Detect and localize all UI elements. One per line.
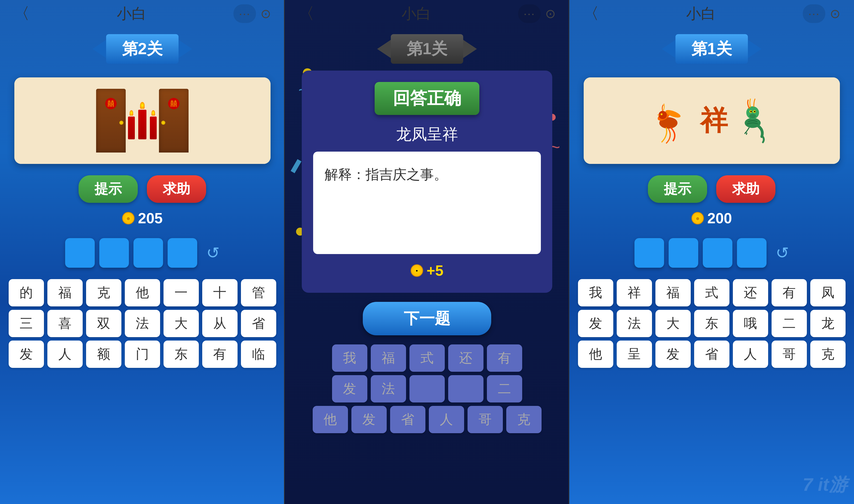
answer-box-3a[interactable] bbox=[635, 238, 664, 268]
keyboard-2: 我 福 式 还 有 发 法 二 他 发 省 人 哥 克 bbox=[285, 340, 569, 504]
key-临[interactable]: 临 bbox=[241, 341, 276, 368]
answer-box-1a[interactable] bbox=[65, 238, 95, 268]
correct-banner: 回答正确 bbox=[375, 82, 479, 115]
key-三[interactable]: 三 bbox=[8, 310, 44, 337]
key-发3[interactable]: 发 bbox=[578, 310, 613, 337]
key-克[interactable]: 克 bbox=[86, 279, 121, 306]
action-buttons-1: 提示 求助 bbox=[78, 175, 206, 203]
key-大3[interactable]: 大 bbox=[655, 310, 691, 337]
next-button[interactable]: 下一题 bbox=[363, 302, 491, 335]
key-哦3[interactable]: 哦 bbox=[733, 310, 768, 337]
key-人3[interactable]: 人 bbox=[733, 341, 768, 368]
back-button-2[interactable]: 〈 bbox=[298, 3, 314, 24]
key-row-3-2: 发 法 大 东 哦 二 龙 bbox=[576, 310, 847, 337]
menu-dots-2[interactable]: ··· bbox=[518, 4, 541, 23]
explanation-text: 解释：指吉庆之事。 bbox=[324, 163, 530, 186]
svg-point-12 bbox=[754, 111, 755, 112]
key-一[interactable]: 一 bbox=[163, 279, 199, 306]
answer-box-1d[interactable] bbox=[167, 238, 197, 268]
svg-point-11 bbox=[750, 111, 752, 112]
key-省3[interactable]: 省 bbox=[694, 341, 729, 368]
back-button-3[interactable]: 〈 bbox=[583, 3, 599, 24]
help-button-1[interactable]: 求助 bbox=[147, 175, 206, 203]
key-凤3[interactable]: 凤 bbox=[810, 279, 846, 306]
target-icon-3[interactable]: ⊙ bbox=[830, 6, 840, 21]
keyboard-1: 的 福 克 他 一 十 管 三 喜 双 法 大 从 省 发 人 额 门 东 有 … bbox=[0, 274, 285, 504]
key-门[interactable]: 门 bbox=[125, 341, 160, 368]
coin-icon-1: ● bbox=[122, 212, 135, 224]
key-额[interactable]: 额 bbox=[86, 341, 121, 368]
refresh-icon-3[interactable]: ↺ bbox=[776, 244, 789, 262]
menu-dots-1[interactable]: ··· bbox=[233, 4, 256, 23]
key-呈3[interactable]: 呈 bbox=[617, 341, 652, 368]
dark-key-哥: 哥 bbox=[467, 406, 503, 433]
hint-button-1[interactable]: 提示 bbox=[78, 175, 138, 203]
door-decoration-right: 囍 bbox=[168, 98, 179, 109]
key-式3[interactable]: 式 bbox=[694, 279, 729, 306]
key-他3[interactable]: 他 bbox=[578, 341, 613, 368]
door-right: 囍 bbox=[159, 89, 189, 152]
top-icons-3: ··· ⊙ bbox=[803, 4, 840, 23]
key-东[interactable]: 东 bbox=[163, 341, 199, 368]
answer-box-1b[interactable] bbox=[99, 238, 129, 268]
answer-box-3d[interactable] bbox=[737, 238, 767, 268]
key-克3[interactable]: 克 bbox=[810, 341, 846, 368]
key-十[interactable]: 十 bbox=[202, 279, 237, 306]
key-row-1-1: 的 福 克 他 一 十 管 bbox=[7, 279, 278, 306]
key-管[interactable]: 管 bbox=[241, 279, 276, 306]
key-人[interactable]: 人 bbox=[47, 341, 83, 368]
knob-right bbox=[161, 121, 165, 125]
key-有3[interactable]: 有 bbox=[771, 279, 807, 306]
target-icon-2[interactable]: ⊙ bbox=[545, 6, 556, 21]
key-发3b[interactable]: 发 bbox=[655, 341, 691, 368]
candle-large bbox=[138, 102, 146, 139]
key-福3[interactable]: 福 bbox=[655, 279, 691, 306]
flame-1 bbox=[129, 110, 133, 116]
key-有[interactable]: 有 bbox=[202, 341, 237, 368]
svg-point-8 bbox=[749, 114, 756, 119]
page-title-1: 小白 bbox=[117, 4, 146, 24]
key-发[interactable]: 发 bbox=[8, 341, 44, 368]
key-的[interactable]: 的 bbox=[8, 279, 44, 306]
key-祥3[interactable]: 祥 bbox=[617, 279, 652, 306]
wedding-scene: 囍 囍 bbox=[14, 77, 270, 164]
key-还3[interactable]: 还 bbox=[733, 279, 768, 306]
coin-display-3: ● 200 bbox=[691, 210, 732, 227]
key-我3[interactable]: 我 bbox=[578, 279, 613, 306]
page-title-2: 小白 bbox=[402, 4, 431, 24]
explanation-card: 解释：指吉庆之事。 bbox=[313, 151, 541, 254]
key-龙3[interactable]: 龙 bbox=[810, 310, 846, 337]
key-省[interactable]: 省 bbox=[241, 310, 276, 337]
dark-key-福2: 福 bbox=[371, 344, 406, 372]
key-他[interactable]: 他 bbox=[125, 279, 160, 306]
wing-right-1 bbox=[179, 40, 192, 58]
wing-left-1 bbox=[92, 40, 106, 58]
key-东3[interactable]: 东 bbox=[694, 310, 729, 337]
answer-box-1c[interactable] bbox=[134, 238, 163, 268]
answer-box-3c[interactable] bbox=[703, 238, 732, 268]
hint-button-3[interactable]: 提示 bbox=[648, 175, 707, 203]
key-福[interactable]: 福 bbox=[47, 279, 83, 306]
coin-amount-1: 205 bbox=[138, 210, 163, 227]
reward-row: ● +5 bbox=[411, 262, 443, 279]
key-大[interactable]: 大 bbox=[163, 310, 199, 337]
candle-small-left bbox=[128, 110, 135, 139]
key-双[interactable]: 双 bbox=[86, 310, 121, 337]
wing-left-2 bbox=[377, 40, 391, 58]
target-icon-1[interactable]: ⊙ bbox=[261, 6, 271, 21]
key-哥3[interactable]: 哥 bbox=[771, 341, 807, 368]
candle-small-right bbox=[150, 110, 157, 139]
level-badge-1: 第2关 bbox=[92, 34, 192, 64]
key-从[interactable]: 从 bbox=[202, 310, 237, 337]
top-icons-1: ··· ⊙ bbox=[233, 4, 271, 23]
refresh-icon-1[interactable]: ↺ bbox=[206, 244, 220, 262]
help-button-3[interactable]: 求助 bbox=[716, 175, 776, 203]
answer-box-3b[interactable] bbox=[669, 238, 698, 268]
key-二3[interactable]: 二 bbox=[771, 310, 807, 337]
level-text-2: 第1关 bbox=[391, 34, 463, 64]
key-喜[interactable]: 喜 bbox=[47, 310, 83, 337]
menu-dots-3[interactable]: ··· bbox=[803, 4, 825, 23]
key-法[interactable]: 法 bbox=[125, 310, 160, 337]
key-法3[interactable]: 法 bbox=[617, 310, 652, 337]
back-button-1[interactable]: 〈 bbox=[14, 3, 30, 24]
